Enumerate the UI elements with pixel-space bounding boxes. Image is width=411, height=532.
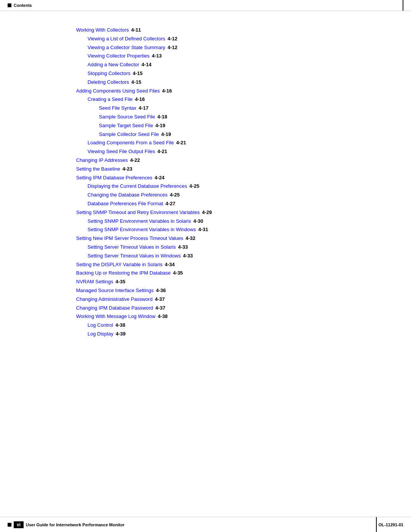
toc-row: Changing Administrative Password4-37 bbox=[76, 296, 388, 304]
toc-row: Loading Components From a Seed File4-21 bbox=[88, 139, 388, 147]
toc-page-number: 4-21 bbox=[158, 148, 167, 156]
black-square-icon bbox=[8, 3, 11, 7]
toc-link[interactable]: Viewing Seed File Output Files bbox=[88, 148, 155, 156]
toc-link[interactable]: Setting New IPM Server Process Timeout V… bbox=[76, 235, 183, 243]
toc-page-number: 4-25 bbox=[170, 191, 180, 199]
toc-link[interactable]: Setting the DISPLAY Variable in Solaris bbox=[76, 261, 162, 269]
toc-link[interactable]: Sample Target Seed File bbox=[99, 122, 153, 130]
toc-link[interactable]: Viewing Collector Properties bbox=[88, 52, 150, 60]
toc-row: Setting Server Timeout Values in Solaris… bbox=[88, 243, 388, 251]
toc-link[interactable]: Log Display bbox=[88, 330, 113, 338]
toc-link[interactable]: Changing the Database Preferences bbox=[88, 191, 167, 199]
toc-row: Setting New IPM Server Process Timeout V… bbox=[76, 235, 388, 243]
toc-link[interactable]: Changing IP Addresses bbox=[76, 157, 128, 165]
toc-link[interactable]: Deleting Collectors bbox=[88, 78, 129, 86]
toc-row: Log Control4-38 bbox=[88, 321, 388, 329]
toc-page-number: 4-23 bbox=[123, 165, 132, 173]
toc-page-number: 4-33 bbox=[178, 243, 188, 251]
toc-page-number: 4-38 bbox=[158, 313, 168, 321]
toc-link[interactable]: Setting Server Timeout Values in Windows bbox=[88, 252, 181, 260]
toc-link[interactable]: Changing IPM Database Password bbox=[76, 304, 153, 312]
toc-link[interactable]: Seed File Syntax bbox=[99, 104, 136, 112]
toc-link[interactable]: Setting SNMP Environment Variables in Wi… bbox=[88, 226, 196, 234]
toc-page-number: 4-18 bbox=[157, 113, 167, 121]
toc-page-number: 4-19 bbox=[161, 131, 171, 139]
toc-page-number: 4-24 bbox=[155, 174, 164, 182]
toc-link[interactable]: Sample Source Seed File bbox=[99, 113, 155, 121]
toc-row: Working With Collectors4-11 bbox=[76, 26, 388, 34]
toc-page-number: 4-37 bbox=[155, 304, 165, 312]
toc-page-number: 4-12 bbox=[167, 35, 177, 43]
page-container: Contents Working With Collectors4-11View… bbox=[0, 0, 411, 532]
toc-row: Managed Source Interface Settings4-36 bbox=[76, 287, 388, 295]
toc-link[interactable]: Log Control bbox=[88, 321, 113, 329]
toc-link[interactable]: Setting SNMP Timeout and Retry Environme… bbox=[76, 209, 200, 217]
toc-link[interactable]: Adding a New Collector bbox=[88, 61, 139, 69]
toc-page-number: 4-21 bbox=[176, 139, 186, 147]
toc-page-number: 4-33 bbox=[183, 252, 193, 260]
toc-link[interactable]: Database Preferences File Format bbox=[88, 200, 163, 208]
toc-page-number: 4-27 bbox=[166, 200, 175, 208]
toc-page-number: 4-11 bbox=[131, 26, 141, 34]
toc-link[interactable]: Changing Administrative Password bbox=[76, 296, 153, 304]
toc-page-number: 4-37 bbox=[155, 296, 165, 304]
toc-link[interactable]: Setting Server Timeout Values in Solaris bbox=[88, 243, 176, 251]
toc-page-number: 4-22 bbox=[130, 157, 140, 165]
toc-row: Viewing Collector Properties4-13 bbox=[88, 52, 388, 60]
toc-row: Setting SNMP Timeout and Retry Environme… bbox=[76, 209, 388, 217]
toc-page-number: 4-31 bbox=[198, 226, 208, 234]
toc-link[interactable]: Working With Collectors bbox=[76, 26, 129, 34]
toc-row: Setting IPM Database Preferences4-24 bbox=[76, 174, 388, 182]
toc-row: Log Display4-39 bbox=[88, 330, 388, 338]
toc-page-number: 4-25 bbox=[190, 182, 199, 190]
toc-link[interactable]: Viewing a List of Defined Collectors bbox=[88, 35, 165, 43]
toc-row: Adding Components Using Seed Files4-16 bbox=[76, 87, 388, 95]
toc-link[interactable]: Creating a Seed File bbox=[88, 96, 133, 104]
toc-link[interactable]: Setting IPM Database Preferences bbox=[76, 174, 152, 182]
toc-row: Deleting Collectors4-15 bbox=[88, 78, 388, 86]
toc-page-number: 4-38 bbox=[115, 321, 125, 329]
page-number-badge: vi bbox=[14, 521, 24, 528]
toc-page-number: 4-32 bbox=[186, 235, 196, 243]
toc-row: Setting the DISPLAY Variable in Solaris4… bbox=[76, 261, 388, 269]
toc-row: Changing IPM Database Password4-37 bbox=[76, 304, 388, 312]
toc-row: Changing the Database Preferences4-25 bbox=[88, 191, 388, 199]
toc-link[interactable]: Setting SNMP Environment Variables in So… bbox=[88, 217, 191, 225]
toc-page-number: 4-30 bbox=[193, 217, 203, 225]
toc-row: Viewing Seed File Output Files4-21 bbox=[88, 148, 388, 156]
toc-row: Seed File Syntax4-17 bbox=[99, 104, 388, 112]
contents-label: Contents bbox=[14, 3, 32, 8]
toc-row: Changing IP Addresses4-22 bbox=[76, 157, 388, 165]
toc-page-number: 4-14 bbox=[142, 61, 151, 69]
toc-page-number: 4-34 bbox=[165, 261, 175, 269]
bottom-black-square-icon bbox=[8, 523, 11, 527]
toc-row: Setting the Baseline4-23 bbox=[76, 165, 388, 173]
toc-page-number: 4-36 bbox=[156, 287, 166, 295]
toc-link[interactable]: Working With Message Log Window bbox=[76, 313, 156, 321]
toc-page-number: 4-15 bbox=[133, 70, 143, 78]
bottom-right-line bbox=[376, 517, 377, 532]
toc-link[interactable]: Displaying the Current Database Preferen… bbox=[88, 182, 187, 190]
toc-link[interactable]: Sample Collector Seed File bbox=[99, 131, 159, 139]
toc-link[interactable]: Adding Components Using Seed Files bbox=[76, 87, 160, 95]
toc-row: Backing Up or Restoring the IPM Database… bbox=[76, 269, 388, 277]
toc-row: Displaying the Current Database Preferen… bbox=[88, 182, 388, 190]
top-bar-left: Contents bbox=[8, 3, 32, 8]
toc-row: Setting SNMP Environment Variables in So… bbox=[88, 217, 388, 225]
toc-row: Stopping Collectors4-15 bbox=[88, 70, 388, 78]
top-bar: Contents bbox=[0, 0, 411, 11]
toc-link[interactable]: Backing Up or Restoring the IPM Database bbox=[76, 269, 171, 277]
toc-link[interactable]: Viewing a Collector State Summary bbox=[88, 44, 165, 52]
toc-content: Working With Collectors4-11Viewing a Lis… bbox=[0, 11, 411, 369]
bottom-bar: vi User Guide for Internetwork Performan… bbox=[0, 517, 411, 532]
top-right-line bbox=[403, 0, 403, 11]
toc-link[interactable]: Managed Source Interface Settings bbox=[76, 287, 154, 295]
footer-title: User Guide for Internetwork Performance … bbox=[26, 522, 124, 527]
toc-link[interactable]: Stopping Collectors bbox=[88, 70, 131, 78]
bottom-left: vi User Guide for Internetwork Performan… bbox=[8, 521, 124, 528]
toc-page-number: 4-19 bbox=[155, 122, 165, 130]
toc-link[interactable]: Setting the Baseline bbox=[76, 165, 120, 173]
toc-page-number: 4-16 bbox=[162, 87, 172, 95]
toc-link[interactable]: NVRAM Settings bbox=[76, 278, 113, 286]
toc-link[interactable]: Loading Components From a Seed File bbox=[88, 139, 174, 147]
